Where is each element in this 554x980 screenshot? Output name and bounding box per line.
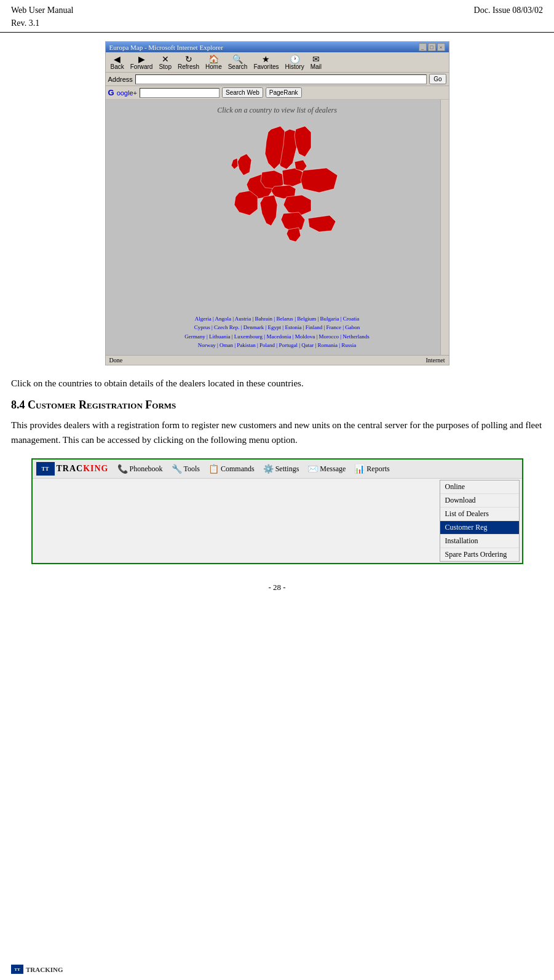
minimize-icon[interactable]: _ (419, 43, 427, 51)
scrollbar-right[interactable] (440, 100, 449, 355)
browser-zone: Internet (425, 357, 445, 364)
europe-map[interactable] (167, 120, 388, 311)
logo-tracking-text: TRACKING (57, 464, 109, 474)
country-links-line3: Germany | Lithuania | Luxembourg | Maced… (184, 332, 370, 341)
header-right: Doc. Issue 08/03/02 (474, 4, 543, 17)
dropdown-item-download[interactable]: Download (440, 494, 519, 508)
browser-status: Done (109, 357, 123, 364)
menu-icon-settings: ⚙️ (263, 464, 274, 474)
home-button[interactable]: 🏠 Home (203, 54, 224, 71)
logo-king: KING (83, 464, 108, 473)
favorites-button[interactable]: ★ Favorites (251, 54, 281, 71)
page-header: Web User Manual Rev. 3.1 Doc. Issue 08/0… (0, 0, 554, 33)
search-web-button[interactable]: Search Web (222, 87, 263, 98)
address-input[interactable] (135, 74, 427, 84)
menu-item-reports[interactable]: 📊Reports (352, 463, 392, 476)
menubar-logo: TT TRACKING (36, 462, 109, 476)
menu-label-settings: Settings (275, 464, 299, 474)
menu-label-commands: Commands (221, 464, 255, 474)
browser-addressbar: Address Go (106, 73, 449, 86)
address-label: Address (108, 76, 133, 83)
section-heading: 8.4 Customer Registration Forms (11, 399, 543, 412)
footer-logo-tt: TT (14, 967, 20, 972)
country-links-line4: Norway | Oman | Pakistan | Poland | Port… (184, 341, 370, 349)
manual-title: Web User Manual (11, 4, 74, 17)
logo-box: TT (36, 462, 55, 476)
browser-title: Europa Map - Microsoft Internet Explorer (109, 44, 223, 51)
menu-icon-tools: 🔧 (172, 464, 182, 474)
close-icon[interactable]: × (437, 43, 445, 51)
reports-dropdown-menu: OnlineDownloadList of DealersCustomer Re… (440, 480, 520, 562)
map-title: Click on a country to view list of deale… (217, 106, 337, 115)
menubar-screenshot: TT TRACKING 📞Phonebook🔧Tools📋Commands⚙️S… (31, 458, 523, 564)
menu-item-message[interactable]: ✉️Message (305, 463, 348, 476)
history-button[interactable]: 🕐 History (283, 54, 307, 71)
menu-label-tools: Tools (184, 464, 200, 474)
go-button[interactable]: Go (429, 74, 446, 84)
page-content: Europa Map - Microsoft Internet Explorer… (0, 33, 554, 604)
menu-icon-commands: 📋 (208, 464, 219, 474)
browser-statusbar: Done Internet (106, 355, 449, 365)
logo-trac: TRAC (57, 464, 84, 473)
search-button[interactable]: 🔍 Search (226, 54, 250, 71)
browser-screenshot: Europa Map - Microsoft Internet Explorer… (105, 41, 449, 365)
google-text: oogle+ (117, 89, 137, 97)
browser-body: Click on a country to view list of deale… (106, 100, 449, 355)
refresh-button[interactable]: ↻ Refresh (175, 54, 202, 71)
menu-items: 📞Phonebook🔧Tools📋Commands⚙️Settings✉️Mes… (115, 463, 392, 476)
header-left: Web User Manual Rev. 3.1 (11, 4, 74, 30)
browser-toolbar: ◀ Back ▶ Forward ✕ Stop ↻ Refresh 🏠 Home… (106, 52, 449, 73)
menu-item-commands[interactable]: 📋Commands (206, 463, 257, 476)
dropdown-area: OnlineDownloadList of DealersCustomer Re… (33, 479, 522, 563)
footer-logo-box: TT (11, 965, 23, 974)
menu-icon-reports: 📊 (354, 464, 365, 474)
stop-button[interactable]: ✕ Stop (156, 54, 174, 71)
dropdown-item-customer-reg[interactable]: Customer Reg (440, 521, 519, 535)
dropdown-item-spare-parts-ordering[interactable]: Spare Parts Ordering (440, 548, 519, 561)
section-heading-text: 8.4 Customer Registration Forms (11, 399, 176, 411)
dropdown-item-online[interactable]: Online (440, 480, 519, 494)
doc-issue: Doc. Issue 08/03/02 (474, 4, 543, 17)
caption: Click on the countries to obtain details… (11, 376, 543, 391)
dropdown-item-installation[interactable]: Installation (440, 535, 519, 548)
body-text: This provides dealers with a registratio… (11, 418, 543, 447)
google-bar: G oogle+ Search Web PageRank (106, 86, 449, 100)
menu-item-phonebook[interactable]: 📞Phonebook (115, 463, 165, 476)
menu-item-tools[interactable]: 🔧Tools (169, 463, 203, 476)
page-number: - 28 - (11, 583, 543, 592)
menu-icon-message: ✉️ (307, 464, 318, 474)
logo-tt: TT (41, 466, 49, 472)
menu-icon-phonebook: 📞 (117, 464, 128, 474)
country-links-line1: Algeria | Angola | Austria | Bahrain | B… (184, 314, 370, 323)
country-links-line2: Cyprus | Czech Rep. | Denmark | Egypt | … (184, 323, 370, 332)
maximize-icon[interactable]: □ (428, 43, 436, 51)
menu-label-reports: Reports (366, 464, 389, 474)
google-label: G (108, 88, 114, 97)
browser-titlebar: Europa Map - Microsoft Internet Explorer… (106, 42, 449, 52)
europe-map-svg (167, 120, 388, 311)
menu-label-phonebook: Phonebook (130, 464, 163, 474)
pagefank-button[interactable]: PageRank (266, 87, 302, 98)
forward-button[interactable]: ▶ Forward (128, 54, 156, 71)
browser-controls: _ □ × (419, 43, 445, 51)
footer-logo-text: TRACKING (26, 966, 63, 973)
menu-label-message: Message (320, 464, 346, 474)
menubar-top: TT TRACKING 📞Phonebook🔧Tools📋Commands⚙️S… (33, 460, 522, 479)
country-links[interactable]: Algeria | Angola | Austria | Bahrain | B… (184, 314, 370, 350)
google-search-input[interactable] (140, 88, 220, 98)
mail-button[interactable]: ✉ Mail (308, 54, 324, 71)
dropdown-item-list-of-dealers[interactable]: List of Dealers (440, 508, 519, 521)
footer-logo: TT TRACKING (11, 965, 63, 974)
back-button[interactable]: ◀ Back (108, 54, 127, 71)
menu-item-settings[interactable]: ⚙️Settings (261, 463, 302, 476)
revision: Rev. 3.1 (11, 17, 74, 30)
